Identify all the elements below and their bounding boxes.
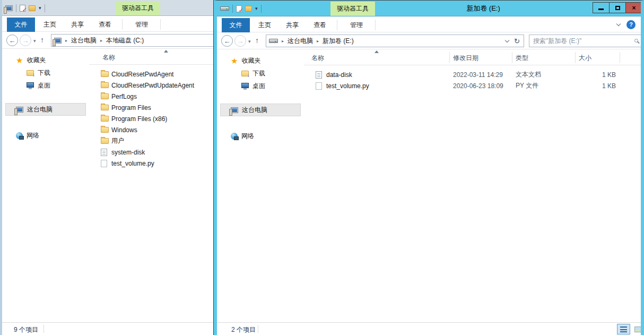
file-row[interactable]: system-disk: [89, 147, 214, 158]
file-icon: [101, 160, 107, 167]
up-button[interactable]: ↑: [255, 36, 259, 45]
qat-dropdown-icon[interactable]: ▾: [255, 6, 258, 11]
divider: [160, 19, 161, 30]
main-area: ★ 收藏夹 下载 桌面 这台电脑 网络: [217, 49, 641, 322]
file-row[interactable]: PerfLogs: [89, 91, 214, 102]
maximize-button[interactable]: [609, 2, 626, 13]
file-row[interactable]: 用户: [89, 135, 214, 147]
sidebar-item-network[interactable]: 网络: [231, 130, 254, 142]
column-header-name[interactable]: 名称: [102, 53, 115, 62]
file-icon: [316, 82, 322, 90]
close-icon: ×: [632, 4, 636, 12]
sidebar-item-downloads[interactable]: 下载: [241, 67, 265, 79]
help-icon[interactable]: ?: [626, 20, 636, 29]
titlebar[interactable]: ▾ 驱动器工具: [2, 0, 214, 16]
titlebar[interactable]: ▾ 驱动器工具 新加卷 (E:) ×: [217, 1, 641, 16]
tab-share[interactable]: 共享: [280, 18, 305, 32]
column-header-date[interactable]: 修改日期: [453, 54, 478, 63]
properties-icon[interactable]: [20, 5, 25, 12]
breadcrumb-location[interactable]: 本地磁盘 (C:): [106, 36, 144, 45]
breadcrumb-arrow-icon: ▸: [313, 39, 323, 44]
tab-share[interactable]: 共享: [65, 18, 90, 32]
close-button[interactable]: ×: [625, 2, 642, 13]
divider[interactable]: [620, 52, 620, 63]
view-switcher: [617, 324, 644, 334]
sidebar-item-downloads[interactable]: 下载: [27, 67, 50, 79]
column-header-size[interactable]: 大小: [579, 54, 591, 63]
downloads-icon: [241, 71, 249, 76]
breadcrumb-location[interactable]: 新加卷 (E:): [323, 37, 354, 46]
file-row[interactable]: test_volume.py 2020-06-23 18:09 PY 文件 1 …: [304, 80, 641, 91]
tab-file[interactable]: 文件: [7, 18, 35, 32]
breadcrumb-root[interactable]: 这台电脑: [288, 37, 313, 46]
divider: [258, 325, 258, 333]
tab-home[interactable]: 主页: [252, 18, 277, 32]
back-button[interactable]: ←: [6, 35, 18, 46]
recent-locations-dropdown-icon[interactable]: ▾: [248, 39, 251, 44]
folder-icon: [101, 127, 109, 133]
breadcrumb-root[interactable]: 这台电脑: [71, 36, 97, 45]
column-headers: 名称 修改日期 类型 大小: [304, 49, 641, 65]
drive-tools-tab[interactable]: 驱动器工具: [330, 2, 375, 16]
tab-view[interactable]: 查看: [307, 18, 333, 32]
network-icon: [231, 133, 238, 140]
sidebar-item-favorites[interactable]: ★ 收藏夹: [16, 54, 46, 66]
file-row[interactable]: Program Files: [89, 102, 214, 113]
new-folder-icon[interactable]: [29, 5, 36, 11]
address-breadcrumb[interactable]: ▸ 这台电脑 ▸ 本地磁盘 (C:): [51, 34, 214, 47]
tab-home[interactable]: 主页: [37, 18, 63, 32]
collapse-ribbon-icon[interactable]: [616, 21, 621, 25]
tab-file[interactable]: 文件: [222, 18, 250, 32]
divider[interactable]: [512, 52, 512, 63]
navigation-pane: ★ 收藏夹 下载 桌面 这台电脑 网络: [2, 49, 89, 322]
explorer-window-c: ▾ 驱动器工具 文件 主页 共享 查看 管理 ← → ▾ ↑ ▸ 这台电脑 ▸: [0, 0, 214, 335]
address-breadcrumb[interactable]: ▸ 这台电脑 ▸ 新加卷 (E:) ↻: [266, 35, 524, 47]
search-input[interactable]: [529, 35, 643, 47]
text-document-icon: [316, 71, 322, 79]
forward-button[interactable]: →: [20, 35, 31, 46]
details-view-button[interactable]: [617, 324, 630, 334]
drive-tools-tab[interactable]: 驱动器工具: [116, 1, 160, 15]
address-dropdown-icon[interactable]: [505, 38, 509, 42]
divider[interactable]: [575, 52, 576, 63]
column-header-name[interactable]: 名称: [311, 54, 324, 63]
up-button[interactable]: ↑: [40, 36, 44, 44]
thumbnail-view-icon: [634, 327, 642, 332]
tab-view[interactable]: 查看: [92, 18, 118, 32]
recent-locations-dropdown-icon[interactable]: ▾: [33, 38, 36, 44]
divider[interactable]: [449, 52, 450, 63]
back-button[interactable]: ←: [221, 35, 233, 47]
tab-manage[interactable]: 管理: [126, 18, 157, 32]
minimize-button[interactable]: [593, 2, 610, 13]
sort-ascending-icon: [164, 50, 168, 53]
file-row[interactable]: CloudResetPwdAgent: [89, 68, 214, 80]
ribbon-tabs: 文件 主页 共享 查看 管理: [2, 16, 214, 32]
folder-icon: [101, 93, 109, 99]
search-icon[interactable]: [634, 39, 638, 42]
qat-dropdown-icon[interactable]: ▾: [39, 5, 41, 11]
column-header-type[interactable]: 类型: [516, 54, 528, 63]
file-list: 名称 CloudResetPwdAgent CloudResetPwdUpdat…: [89, 49, 214, 322]
sidebar-item-desktop[interactable]: 桌面: [241, 80, 265, 92]
file-row[interactable]: Windows: [89, 124, 214, 135]
file-row[interactable]: data-disk 2022-03-11 14:29 文本文档 1 KB: [304, 69, 641, 80]
tab-manage[interactable]: 管理: [341, 18, 372, 32]
file-row[interactable]: Program Files (x86): [89, 113, 214, 124]
navigation-pane: ★ 收藏夹 下载 桌面 这台电脑 网络: [217, 49, 304, 322]
drive-icon: [220, 6, 229, 11]
drive-icon: [269, 39, 278, 43]
sidebar-item-this-pc[interactable]: 这台电脑: [231, 104, 267, 116]
file-row[interactable]: test_volume.py: [89, 158, 214, 169]
sidebar-item-desktop[interactable]: 桌面: [27, 80, 50, 91]
sidebar-item-favorites[interactable]: ★ 收藏夹: [231, 55, 260, 66]
thumbnail-view-button[interactable]: [632, 324, 644, 334]
forward-button[interactable]: →: [234, 35, 246, 47]
properties-icon[interactable]: [236, 5, 242, 12]
network-icon: [16, 132, 23, 139]
file-row[interactable]: CloudResetPwdUpdateAgent: [89, 80, 214, 91]
divider: [122, 19, 123, 30]
sidebar-item-network[interactable]: 网络: [16, 130, 39, 141]
refresh-icon[interactable]: ↻: [514, 37, 520, 45]
new-folder-icon[interactable]: [245, 6, 252, 12]
sidebar-item-this-pc[interactable]: 这台电脑: [16, 104, 53, 115]
